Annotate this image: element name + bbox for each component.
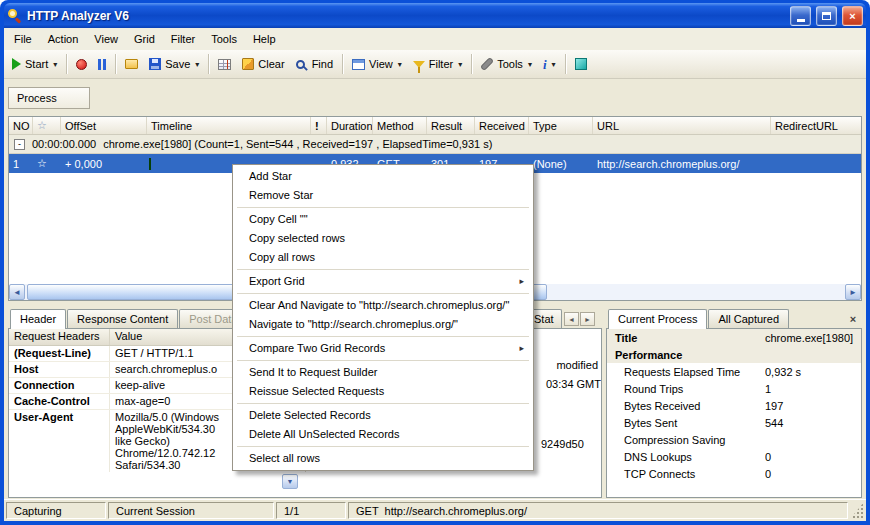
list-item[interactable]: Requests Elapsed Time 0,932 s [607, 363, 861, 380]
info-dropdown-button[interactable]: i ▾ [538, 55, 561, 74]
toolbar: Start ▾ Save ▾ Clear Find [4, 50, 866, 79]
close-button[interactable]: × [842, 6, 863, 26]
menu-item-copy-cell[interactable]: Copy Cell "" [235, 210, 531, 229]
list-item[interactable]: DNS Lookups 0 [607, 448, 861, 465]
menu-action[interactable]: Action [40, 30, 87, 48]
tab-current-process[interactable]: Current Process [608, 309, 707, 329]
clear-button[interactable]: Clear [237, 54, 289, 74]
column-header-method[interactable]: Method [373, 117, 427, 134]
process-filter-button[interactable]: Process [8, 87, 90, 109]
titlebar[interactable]: HTTP Analyzer V6 × [4, 3, 866, 28]
menu-separator [237, 269, 529, 270]
tab-scroll-right-button[interactable]: ► [580, 312, 595, 326]
toolbar-separator [342, 54, 343, 74]
start-button[interactable]: Start ▾ [7, 54, 62, 74]
save-button[interactable]: Save ▾ [144, 54, 204, 74]
menu-filter[interactable]: Filter [163, 30, 203, 48]
menu-separator [237, 403, 529, 404]
menu-tools[interactable]: Tools [203, 30, 245, 48]
record-button[interactable] [71, 55, 92, 74]
menu-item-delete-selected-records[interactable]: Delete Selected Records [235, 406, 531, 425]
list-item[interactable]: Performance [607, 346, 861, 363]
maximize-icon [822, 12, 831, 20]
pause-icon [98, 59, 106, 70]
maximize-button[interactable] [816, 6, 837, 26]
list-item[interactable]: Round Trips 1 [607, 380, 861, 397]
menu-item-send-to-request-builder[interactable]: Send It to Request Builder [235, 363, 531, 382]
tab-scroll-left-button[interactable]: ◄ [564, 312, 579, 326]
column-header-star[interactable]: ☆ [33, 117, 61, 134]
menu-item-copy-all-rows[interactable]: Copy all rows [235, 248, 531, 267]
cell-no[interactable]: 1 [9, 156, 33, 172]
list-item[interactable]: Bytes Sent 544 [607, 414, 861, 431]
group-time: 00:00:00.000 [32, 138, 96, 150]
cell-offset[interactable]: + 0,000 [61, 156, 147, 172]
menu-item-navigate[interactable]: Navigate to "http://search.chromeplus.or… [235, 315, 531, 334]
app-window: HTTP Analyzer V6 × File Action View Grid… [0, 0, 870, 525]
menu-item-compare-two-grid-records[interactable]: Compare Two Grid Records ▸ [235, 339, 531, 358]
collapse-expander-icon[interactable]: - [14, 139, 25, 150]
process-group-row[interactable]: - 00:00:00.000 chrome.exe[1980] (Count=1… [9, 135, 861, 154]
menu-separator [237, 336, 529, 337]
menu-file[interactable]: File [6, 30, 40, 48]
pause-button[interactable] [93, 55, 111, 74]
value-dropdown-button[interactable]: ▼ [282, 474, 298, 489]
tab-response-content[interactable]: Response Content [67, 309, 178, 328]
menu-item-delete-all-unselected-records[interactable]: Delete All UnSelected Records [235, 425, 531, 444]
column-header-timeline[interactable]: Timeline [147, 117, 311, 134]
menu-item-select-all-rows[interactable]: Select all rows [235, 449, 531, 468]
column-header-received[interactable]: Received [475, 117, 529, 134]
open-button[interactable] [120, 55, 143, 73]
menu-item-copy-selected-rows[interactable]: Copy selected rows [235, 229, 531, 248]
column-header-duration[interactable]: Duration(s) [327, 117, 373, 134]
process-panel-tabstrip: Current Process All Captured × [606, 308, 862, 329]
filter-dropdown-button[interactable]: Filter ▾ [408, 54, 467, 74]
menu-view[interactable]: View [86, 30, 126, 48]
list-item[interactable]: TCP Connects 0 [607, 465, 861, 482]
wrench-icon [482, 58, 493, 69]
close-panel-button[interactable]: × [845, 311, 861, 326]
help-button[interactable] [570, 54, 592, 74]
response-header-fragment: 03:34 GMT [546, 378, 601, 390]
menu-item-clear-and-navigate[interactable]: Clear And Navigate to "http://search.chr… [235, 296, 531, 315]
cell-redirecturl[interactable] [771, 162, 861, 166]
column-header-redirecturl[interactable]: RedirectURL [771, 117, 861, 134]
view-dropdown-button[interactable]: View ▾ [347, 54, 407, 74]
minimize-button[interactable] [790, 6, 811, 26]
exclamation-icon: ! [315, 120, 319, 132]
cell-star[interactable]: ☆ [33, 155, 61, 172]
menu-item-add-star[interactable]: Add Star [235, 167, 531, 186]
list-item[interactable]: Title chrome.exe[1980] [607, 329, 861, 346]
cell-url[interactable]: http://search.chromeplus.org/ [593, 156, 771, 172]
column-header-type[interactable]: Type [529, 117, 593, 134]
resize-grip[interactable] [850, 502, 864, 519]
tab-header[interactable]: Header [10, 309, 66, 329]
funnel-icon [413, 61, 425, 68]
menu-item-remove-star[interactable]: Remove Star [235, 186, 531, 205]
column-header-request-headers[interactable]: Request Headers [9, 329, 110, 345]
process-panel-body: Title chrome.exe[1980] Performance Reque… [606, 329, 862, 498]
scroll-right-button[interactable]: ► [845, 284, 861, 300]
timeline-bar [149, 158, 151, 170]
column-header-offset[interactable]: OffSet [61, 117, 147, 134]
column-header-alert[interactable]: ! [311, 117, 327, 134]
chevron-down-icon: ▾ [53, 60, 57, 69]
app-icon [7, 8, 22, 23]
menu-item-export-grid[interactable]: Export Grid ▸ [235, 272, 531, 291]
column-header-no[interactable]: NO △ [9, 117, 33, 134]
find-button[interactable]: Find [291, 54, 338, 74]
scroll-left-button[interactable]: ◄ [9, 284, 25, 300]
tools-dropdown-button[interactable]: Tools ▾ [476, 54, 537, 74]
list-item[interactable]: Bytes Received 197 [607, 397, 861, 414]
menu-help[interactable]: Help [245, 30, 284, 48]
list-item[interactable]: Compression Saving [607, 431, 861, 448]
column-header-url[interactable]: URL [593, 117, 771, 134]
tab-all-captured[interactable]: All Captured [708, 309, 789, 328]
window-content: File Action View Grid Filter Tools Help … [4, 28, 866, 521]
record-icon [76, 59, 87, 70]
menu-grid[interactable]: Grid [126, 30, 163, 48]
menu-item-reissue-selected-requests[interactable]: Reissue Selected Requests [235, 382, 531, 401]
cell-type[interactable]: (None) [529, 156, 593, 172]
summary-grid-button[interactable] [213, 55, 236, 74]
column-header-result[interactable]: Result [427, 117, 475, 134]
